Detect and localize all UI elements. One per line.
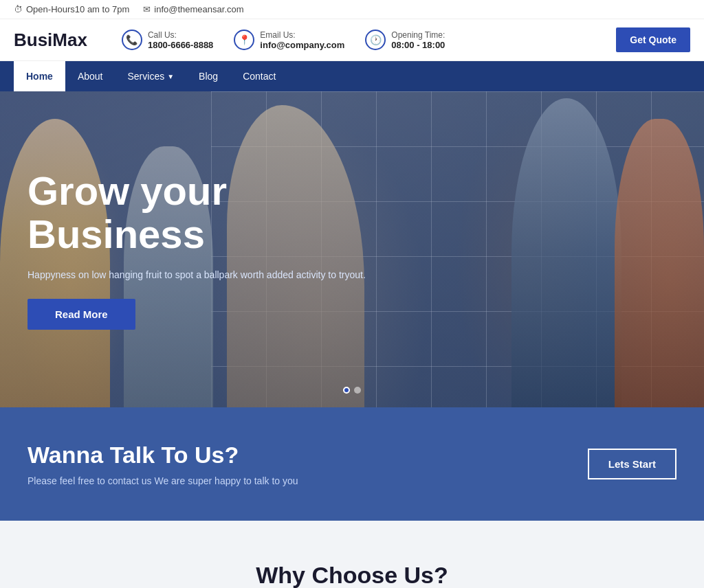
email-text: Email Us: info@company.com	[260, 30, 344, 50]
nav-blog[interactable]: Blog	[186, 61, 230, 91]
nav-about[interactable]: About	[65, 61, 116, 91]
cta-subtitle: Please feel free to contact us We are su…	[28, 475, 298, 486]
cta-title: Wanna Talk To Us?	[28, 442, 298, 468]
nav-services[interactable]: Services ▼	[116, 61, 187, 91]
clock-icon: 🕐	[365, 30, 386, 50]
top-email-value: info@themeansar.com	[154, 4, 243, 14]
opening-text: Opening Time: 08:00 - 18:00	[391, 30, 445, 50]
top-bar-hours: ⏱ Open-Hours10 am to 7pm	[14, 4, 129, 14]
header: BusiMax 📞 Call Us: 1800-6666-8888 📍 Emai…	[0, 19, 704, 61]
call-text: Call Us: 1800-6666-8888	[148, 30, 213, 50]
logo: BusiMax	[14, 30, 87, 51]
cta-section: Wanna Talk To Us? Please feel free to co…	[0, 407, 704, 521]
chevron-down-icon: ▼	[167, 73, 174, 80]
navbar: Home About Services ▼ Blog Contact	[0, 61, 704, 91]
hours-text: Open-Hours10 am to 7pm	[26, 4, 129, 14]
slider-dot-1[interactable]	[343, 387, 350, 394]
hero-content: Grow your Business Happyness on low hang…	[0, 169, 412, 330]
cta-text: Wanna Talk To Us? Please feel free to co…	[28, 442, 298, 486]
header-info: 📞 Call Us: 1800-6666-8888 📍 Email Us: in…	[122, 30, 595, 50]
get-quote-button[interactable]: Get Quote	[616, 27, 690, 52]
why-title: Why Choose Us?	[28, 562, 676, 588]
location-icon: 📍	[234, 30, 254, 50]
top-bar: ⏱ Open-Hours10 am to 7pm ✉ info@themeans…	[0, 0, 704, 19]
hero-subtitle: Happyness on low hanging fruit to spot a…	[28, 267, 385, 282]
nav-home[interactable]: Home	[14, 61, 65, 91]
hero-title: Grow your Business	[28, 169, 385, 257]
clock-icon: ⏱	[14, 4, 23, 14]
why-section: Why Choose Us?	[0, 521, 704, 588]
top-bar-email: ✉ info@themeansar.com	[143, 4, 243, 14]
email-info: 📍 Email Us: info@company.com	[234, 30, 344, 50]
slider-dots	[343, 387, 361, 394]
lets-start-button[interactable]: Lets Start	[588, 449, 676, 479]
hero-section: Grow your Business Happyness on low hang…	[0, 91, 704, 407]
email-icon: ✉	[143, 4, 151, 14]
read-more-button[interactable]: Read More	[28, 299, 135, 330]
slider-dot-2[interactable]	[354, 387, 361, 394]
call-info: 📞 Call Us: 1800-6666-8888	[122, 30, 213, 50]
nav-contact[interactable]: Contact	[230, 61, 288, 91]
phone-icon: 📞	[122, 30, 142, 50]
opening-info: 🕐 Opening Time: 08:00 - 18:00	[365, 30, 445, 50]
